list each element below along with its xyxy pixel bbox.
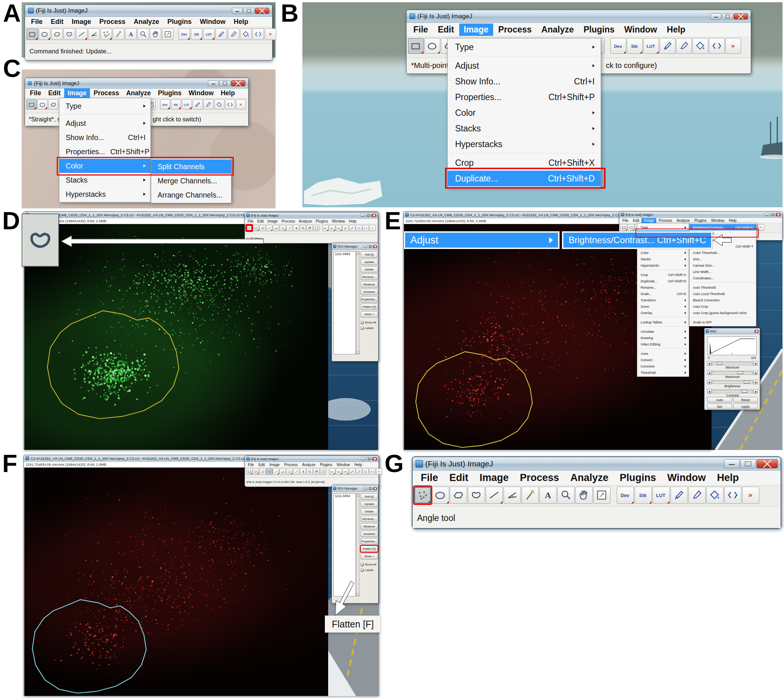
slider-thumb[interactable]: [737, 371, 743, 374]
flood-fill-tool[interactable]: [707, 487, 723, 504]
menu-item[interactable]: Type: [448, 39, 601, 55]
menubar-item[interactable]: Window: [662, 471, 711, 485]
menu-item[interactable]: Arrange Channels...: [151, 188, 231, 202]
roi-list[interactable]: 1111-0454: [333, 251, 356, 355]
menubar-item[interactable]: Edit: [256, 462, 267, 467]
titlebar[interactable]: (Fiji Is Just) ImageJ: [407, 10, 751, 23]
dev-menu[interactable]: Dev: [329, 468, 335, 475]
menubar-item[interactable]: Process: [96, 17, 129, 26]
lut-menu[interactable]: LUT: [643, 38, 659, 54]
hand-tool[interactable]: [150, 28, 161, 40]
roi-list-item[interactable]: 1111-0454: [334, 252, 356, 256]
colorpicker-tool[interactable]: [320, 468, 326, 475]
close-button[interactable]: [231, 80, 245, 86]
slider-right-arrow[interactable]: [753, 361, 758, 366]
menu-item[interactable]: Convolve: [637, 363, 689, 370]
menubar-item[interactable]: Edit: [47, 17, 67, 26]
roi-manager-titlebar[interactable]: ROI Manager: [332, 485, 378, 492]
slider-track[interactable]: [712, 380, 753, 384]
more-tools[interactable]: »: [369, 225, 376, 231]
menubar-item[interactable]: Analyze: [297, 219, 314, 224]
roi-button[interactable]: Delete: [361, 266, 378, 272]
oval-tool[interactable]: [628, 224, 634, 231]
close-button[interactable]: [371, 214, 376, 217]
more-tools[interactable]: »: [265, 28, 276, 40]
roi-list-scrollbar[interactable]: [356, 493, 359, 596]
menubar-item[interactable]: Analyze: [130, 17, 163, 26]
pencil-tool[interactable]: [670, 487, 688, 504]
arrows-tool[interactable]: [709, 38, 725, 54]
menu-item[interactable]: Properties... Ctrl+Shift+P: [448, 89, 601, 105]
close-button[interactable]: [754, 330, 759, 333]
roi-button[interactable]: Rename...: [361, 516, 378, 522]
freehand-tool[interactable]: [266, 468, 273, 475]
menu-item[interactable]: Auto Crop: [690, 303, 756, 310]
pencil-tool[interactable]: [343, 225, 349, 231]
callout-adjust[interactable]: Adjust: [404, 231, 559, 249]
slider-thumb[interactable]: [741, 390, 748, 393]
menubar-item[interactable]: Image: [474, 471, 514, 485]
more-tools[interactable]: »: [758, 224, 764, 231]
close-button[interactable]: [372, 457, 377, 460]
menu-item[interactable]: Line Width...: [690, 269, 756, 275]
menu-item[interactable]: Scale to DPI: [690, 319, 756, 325]
menubar-item[interactable]: Help: [352, 462, 364, 467]
menubar-item[interactable]: Plugins: [614, 471, 662, 485]
pencil-tool[interactable]: [216, 28, 227, 40]
polygon-tool[interactable]: [259, 468, 266, 475]
oval-tool[interactable]: [432, 487, 449, 504]
pencil-tool[interactable]: [660, 38, 675, 54]
freehand-tool[interactable]: [63, 28, 75, 40]
menu-item[interactable]: Hyperstacks: [448, 136, 601, 152]
more-tools[interactable]: »: [742, 487, 759, 504]
oval-tool[interactable]: [37, 99, 48, 109]
slider-track[interactable]: [712, 361, 753, 365]
arrows-tool[interactable]: [252, 28, 264, 40]
maximize-button[interactable]: [244, 8, 254, 14]
menubar-item[interactable]: Process: [494, 23, 537, 36]
bc-slider[interactable]: Minimum: [707, 361, 758, 370]
close-button[interactable]: [757, 459, 777, 468]
menubar-item[interactable]: File: [415, 471, 443, 485]
menubar-item[interactable]: Analyze: [123, 89, 154, 98]
hand-tool[interactable]: [313, 468, 320, 475]
minimize-button[interactable]: [208, 80, 219, 86]
maximize-button[interactable]: [770, 213, 775, 216]
menubar-item[interactable]: Edit: [433, 23, 458, 36]
flood-fill-tool[interactable]: [693, 38, 708, 54]
fluorescence-image-red[interactable]: [24, 468, 328, 696]
menubar-item[interactable]: Image: [267, 462, 282, 467]
menu-item[interactable]: Merge Channels...: [151, 174, 231, 188]
menu-item[interactable]: Auto Local Threshold: [690, 290, 756, 297]
menubar-item[interactable]: Window: [196, 17, 229, 26]
menu-item[interactable]: Show Info... Ctrl+I: [448, 74, 601, 89]
menu-item[interactable]: Size...: [690, 256, 756, 262]
menu-item[interactable]: Overlay: [637, 310, 689, 316]
menubar-item[interactable]: File: [409, 23, 433, 36]
slider-left-arrow[interactable]: [707, 380, 712, 384]
menu-item[interactable]: Color: [59, 159, 150, 173]
flood-fill-tool[interactable]: [240, 28, 252, 40]
menu-item[interactable]: Coordinates...: [690, 275, 756, 281]
fluorescence-image-green[interactable]: [24, 224, 328, 450]
bc-button[interactable]: Auto: [707, 397, 732, 403]
stk-menu[interactable]: Stk: [627, 38, 642, 54]
stk-menu[interactable]: Stk: [329, 225, 335, 231]
menu-item[interactable]: Threshold: [637, 370, 689, 376]
menubar-item[interactable]: Process: [282, 462, 300, 467]
menubar-item[interactable]: Window: [334, 462, 352, 467]
hand-tool[interactable]: [306, 225, 313, 231]
close-button[interactable]: [373, 245, 377, 248]
line-tool[interactable]: [273, 468, 279, 475]
roi-button[interactable]: Flatten [F]: [361, 546, 378, 552]
arrows-tool[interactable]: [369, 468, 376, 475]
wand-tool[interactable]: [113, 28, 124, 40]
menu-item[interactable]: Stacks: [59, 173, 150, 187]
menu-item[interactable]: Type: [637, 224, 689, 230]
menu-item[interactable]: Stacks: [448, 120, 601, 136]
titlebar[interactable]: (Fiji Is Just) ImageJ: [25, 78, 248, 89]
roi-button[interactable]: Update: [361, 501, 378, 507]
text-tool[interactable]: A: [125, 28, 137, 40]
menubar-item[interactable]: Window: [709, 218, 727, 223]
more-tools[interactable]: »: [725, 38, 741, 54]
